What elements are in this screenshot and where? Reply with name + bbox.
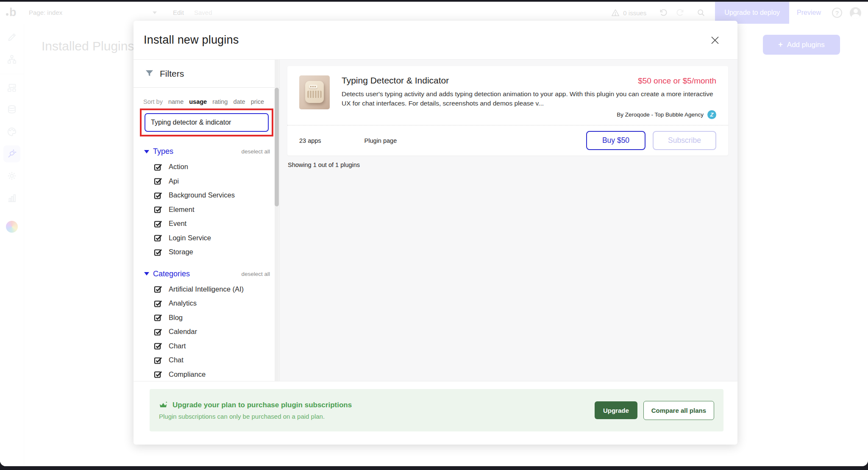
types-section-header: Types deselect all [134,147,279,156]
filters-panel: Filters Sort by name usage rating date p… [134,60,280,381]
banner-title: Upgrade your plan to purchase plugin sub… [172,401,352,409]
upgrade-button[interactable]: Upgrade [595,401,637,419]
sort-row: Sort by name usage rating date price [143,98,279,105]
filters-header: Filters [134,60,279,88]
plugin-price: $50 once or $5/month [638,76,716,86]
checkbox-checked-icon [154,285,162,293]
zeroqode-badge-icon: Z [707,110,716,119]
checkbox-checked-icon [154,163,162,171]
type-filter-row[interactable]: Storage [134,245,279,259]
type-filter-label: Action [169,163,188,171]
checkbox-checked-icon [154,299,162,308]
checkbox-checked-icon [154,356,162,364]
type-filter-label: Storage [169,248,193,256]
categories-section-header: Categories deselect all [134,270,279,278]
plugin-author[interactable]: By Zeroqode - Top Bubble Agency [617,111,704,118]
category-filter-label: Compliance [169,370,206,378]
subscribe-button[interactable]: Subscribe [653,131,716,150]
checkbox-checked-icon [154,328,162,336]
checkbox-checked-icon [154,234,162,242]
filters-title: Filters [160,69,184,79]
sort-by-label: Sort by [143,98,163,105]
plugin-name: Typing Detector & Indicator [342,75,449,86]
category-filter-label: Analytics [169,299,197,307]
category-filter-label: Blog [169,314,183,322]
type-filter-row[interactable]: Event [134,217,279,231]
category-filter-row[interactable]: Calendar [134,325,279,339]
banner-subtitle: Plugin subscriptions can only be purchas… [159,413,352,420]
type-filter-row[interactable]: Login Service [134,231,279,245]
category-filter-row[interactable]: Analytics [134,296,279,311]
plugin-search-input[interactable] [145,113,269,132]
type-filter-label: Element [169,206,195,214]
checkbox-checked-icon [154,191,162,200]
collapse-triangle-icon [144,150,149,153]
type-filter-row[interactable]: Element [134,203,279,217]
categories-list: Artificial Intelligence (AI) Analytics [134,282,279,381]
annotation-highlight-box [140,108,273,136]
type-filter-row[interactable]: Action [134,160,279,174]
upgrade-banner: Upgrade your plan to purchase plugin sub… [150,389,723,431]
filters-scrollbar-thumb[interactable] [275,88,279,206]
checkbox-checked-icon [154,220,162,228]
category-filter-row[interactable]: Chart [134,339,279,353]
type-filter-row[interactable]: Api [134,174,279,189]
modal-title: Install new plugins [144,33,239,47]
sort-option[interactable]: rating [212,98,228,105]
types-list: Action Api [134,160,279,259]
plugin-results-panel: Typing Detector & Indicator $50 once or … [280,60,737,381]
category-filter-row[interactable]: Blog [134,311,279,325]
category-filter-row[interactable]: Compliance [134,367,279,381]
sort-option[interactable]: usage [189,98,207,105]
close-icon[interactable] [709,35,721,46]
category-filter-label: Chart [169,342,186,350]
checkbox-checked-icon [154,177,162,185]
compare-all-plans-button[interactable]: Compare all plans [643,401,714,420]
plugin-card: Typing Detector & Indicator $50 once or … [287,66,728,156]
checkbox-checked-icon [154,205,162,214]
checkbox-checked-icon [154,248,162,256]
types-toggle[interactable]: Types [144,147,173,156]
categories-toggle[interactable]: Categories [144,270,190,278]
sort-option[interactable]: price [251,98,264,105]
category-filter-row[interactable]: Chat [134,353,279,367]
type-filter-label: Api [169,177,179,185]
category-filter-label: Artificial Intelligence (AI) [169,285,244,293]
plugin-description: Detects user's typing activity and adds … [342,89,716,108]
buy-button[interactable]: Buy $50 [586,131,645,150]
plugin-page-link[interactable]: Plugin page [364,137,397,144]
filter-funnel-icon [145,69,154,78]
modal-bottom-section: Upgrade your plan to purchase plugin sub… [134,381,737,445]
type-filter-label: Background Services [169,191,235,199]
type-filter-label: Event [169,220,186,228]
plugin-card-footer: 23 apps Plugin page Buy $50 Subscribe [287,125,728,156]
results-summary: Showing 1 out of 1 plugins [288,161,728,168]
apps-count: 23 apps [299,137,321,144]
category-filter-label: Calendar [169,328,197,336]
checkbox-checked-icon [154,313,162,322]
app-window: b Page: index Edit Saved 0 issues [0,2,868,466]
category-filter-row[interactable]: Artificial Intelligence (AI) [134,282,279,297]
type-filter-label: Login Service [169,234,211,242]
category-filter-label: Chat [169,356,184,364]
checkbox-checked-icon [154,370,162,378]
sort-option[interactable]: date [233,98,245,105]
sort-option[interactable]: name [168,98,184,105]
categories-deselect-all[interactable]: deselect all [241,271,270,277]
checkbox-checked-icon [154,342,162,350]
plugin-icon [299,75,330,109]
modal-header: Install new plugins [134,21,737,60]
crown-icon [159,400,168,410]
install-plugins-modal: Install new plugins Filters Sort by name [134,21,737,445]
collapse-triangle-icon [144,272,149,275]
type-filter-row[interactable]: Background Services [134,188,279,203]
types-deselect-all[interactable]: deselect all [241,148,270,155]
